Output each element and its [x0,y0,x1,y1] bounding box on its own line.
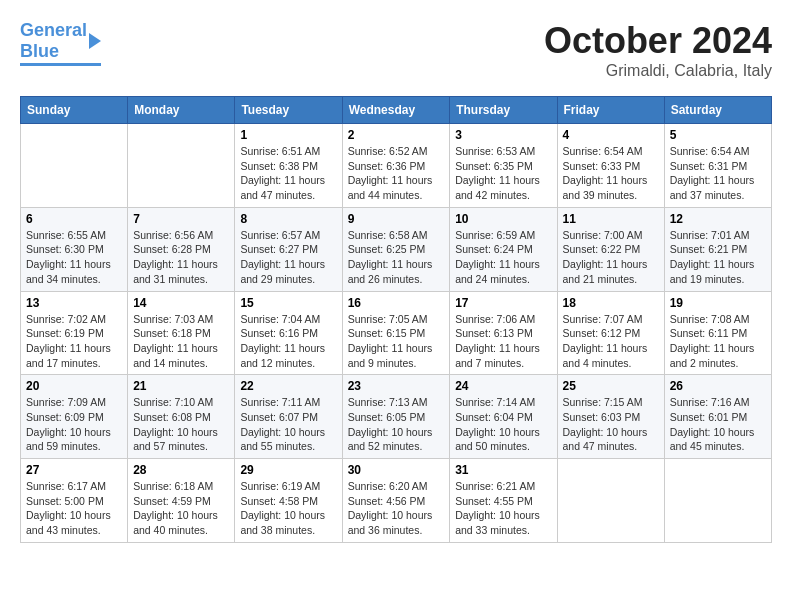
calendar-cell: 17Sunrise: 7:06 AMSunset: 6:13 PMDayligh… [450,291,557,375]
day-number: 21 [133,379,229,393]
day-info: Sunrise: 6:18 AMSunset: 4:59 PMDaylight:… [133,479,229,538]
calendar-cell: 24Sunrise: 7:14 AMSunset: 6:04 PMDayligh… [450,375,557,459]
calendar-cell: 31Sunrise: 6:21 AMSunset: 4:55 PMDayligh… [450,459,557,543]
day-info: Sunrise: 7:14 AMSunset: 6:04 PMDaylight:… [455,395,551,454]
day-number: 26 [670,379,766,393]
day-info: Sunrise: 6:53 AMSunset: 6:35 PMDaylight:… [455,144,551,203]
day-info: Sunrise: 7:09 AMSunset: 6:09 PMDaylight:… [26,395,122,454]
calendar-cell: 16Sunrise: 7:05 AMSunset: 6:15 PMDayligh… [342,291,450,375]
day-info: Sunrise: 6:55 AMSunset: 6:30 PMDaylight:… [26,228,122,287]
calendar-cell: 30Sunrise: 6:20 AMSunset: 4:56 PMDayligh… [342,459,450,543]
calendar-cell: 7Sunrise: 6:56 AMSunset: 6:28 PMDaylight… [128,207,235,291]
day-number: 27 [26,463,122,477]
logo-arrow-icon [89,33,101,49]
day-info: Sunrise: 7:03 AMSunset: 6:18 PMDaylight:… [133,312,229,371]
day-info: Sunrise: 7:11 AMSunset: 6:07 PMDaylight:… [240,395,336,454]
day-info: Sunrise: 6:54 AMSunset: 6:33 PMDaylight:… [563,144,659,203]
calendar-cell: 27Sunrise: 6:17 AMSunset: 5:00 PMDayligh… [21,459,128,543]
calendar-cell: 6Sunrise: 6:55 AMSunset: 6:30 PMDaylight… [21,207,128,291]
title-section: October 2024 Grimaldi, Calabria, Italy [544,20,772,80]
day-number: 8 [240,212,336,226]
calendar-cell: 5Sunrise: 6:54 AMSunset: 6:31 PMDaylight… [664,124,771,208]
calendar-cell: 9Sunrise: 6:58 AMSunset: 6:25 PMDaylight… [342,207,450,291]
day-number: 4 [563,128,659,142]
calendar-cell: 1Sunrise: 6:51 AMSunset: 6:38 PMDaylight… [235,124,342,208]
calendar-cell: 11Sunrise: 7:00 AMSunset: 6:22 PMDayligh… [557,207,664,291]
day-number: 13 [26,296,122,310]
day-number: 10 [455,212,551,226]
day-number: 24 [455,379,551,393]
day-number: 6 [26,212,122,226]
day-info: Sunrise: 6:21 AMSunset: 4:55 PMDaylight:… [455,479,551,538]
day-info: Sunrise: 7:06 AMSunset: 6:13 PMDaylight:… [455,312,551,371]
day-info: Sunrise: 7:05 AMSunset: 6:15 PMDaylight:… [348,312,445,371]
day-info: Sunrise: 6:19 AMSunset: 4:58 PMDaylight:… [240,479,336,538]
day-info: Sunrise: 6:58 AMSunset: 6:25 PMDaylight:… [348,228,445,287]
calendar-cell: 15Sunrise: 7:04 AMSunset: 6:16 PMDayligh… [235,291,342,375]
calendar-cell: 25Sunrise: 7:15 AMSunset: 6:03 PMDayligh… [557,375,664,459]
day-info: Sunrise: 7:01 AMSunset: 6:21 PMDaylight:… [670,228,766,287]
calendar-cell: 29Sunrise: 6:19 AMSunset: 4:58 PMDayligh… [235,459,342,543]
day-number: 30 [348,463,445,477]
day-number: 5 [670,128,766,142]
day-number: 18 [563,296,659,310]
day-info: Sunrise: 6:52 AMSunset: 6:36 PMDaylight:… [348,144,445,203]
weekday-header: Monday [128,97,235,124]
calendar-week-row: 13Sunrise: 7:02 AMSunset: 6:19 PMDayligh… [21,291,772,375]
calendar-header-row: SundayMondayTuesdayWednesdayThursdayFrid… [21,97,772,124]
day-number: 9 [348,212,445,226]
calendar-week-row: 20Sunrise: 7:09 AMSunset: 6:09 PMDayligh… [21,375,772,459]
location-title: Grimaldi, Calabria, Italy [544,62,772,80]
day-info: Sunrise: 7:04 AMSunset: 6:16 PMDaylight:… [240,312,336,371]
weekday-header: Wednesday [342,97,450,124]
day-number: 29 [240,463,336,477]
day-number: 1 [240,128,336,142]
weekday-header: Tuesday [235,97,342,124]
day-info: Sunrise: 7:10 AMSunset: 6:08 PMDaylight:… [133,395,229,454]
calendar-cell: 23Sunrise: 7:13 AMSunset: 6:05 PMDayligh… [342,375,450,459]
day-info: Sunrise: 6:51 AMSunset: 6:38 PMDaylight:… [240,144,336,203]
day-number: 12 [670,212,766,226]
day-number: 15 [240,296,336,310]
calendar-cell: 10Sunrise: 6:59 AMSunset: 6:24 PMDayligh… [450,207,557,291]
day-number: 14 [133,296,229,310]
day-number: 23 [348,379,445,393]
calendar-cell [664,459,771,543]
calendar-cell [128,124,235,208]
day-info: Sunrise: 6:56 AMSunset: 6:28 PMDaylight:… [133,228,229,287]
day-info: Sunrise: 6:57 AMSunset: 6:27 PMDaylight:… [240,228,336,287]
weekday-header: Saturday [664,97,771,124]
weekday-header: Sunday [21,97,128,124]
day-info: Sunrise: 6:54 AMSunset: 6:31 PMDaylight:… [670,144,766,203]
day-info: Sunrise: 6:17 AMSunset: 5:00 PMDaylight:… [26,479,122,538]
calendar-cell [21,124,128,208]
calendar-cell: 26Sunrise: 7:16 AMSunset: 6:01 PMDayligh… [664,375,771,459]
calendar-cell: 19Sunrise: 7:08 AMSunset: 6:11 PMDayligh… [664,291,771,375]
logo-text: General [20,20,87,41]
day-number: 28 [133,463,229,477]
day-number: 16 [348,296,445,310]
day-info: Sunrise: 7:13 AMSunset: 6:05 PMDaylight:… [348,395,445,454]
calendar-cell: 13Sunrise: 7:02 AMSunset: 6:19 PMDayligh… [21,291,128,375]
day-info: Sunrise: 7:00 AMSunset: 6:22 PMDaylight:… [563,228,659,287]
day-info: Sunrise: 7:08 AMSunset: 6:11 PMDaylight:… [670,312,766,371]
day-number: 7 [133,212,229,226]
day-info: Sunrise: 7:07 AMSunset: 6:12 PMDaylight:… [563,312,659,371]
calendar-cell: 8Sunrise: 6:57 AMSunset: 6:27 PMDaylight… [235,207,342,291]
calendar-cell: 28Sunrise: 6:18 AMSunset: 4:59 PMDayligh… [128,459,235,543]
calendar-cell: 14Sunrise: 7:03 AMSunset: 6:18 PMDayligh… [128,291,235,375]
calendar-cell: 4Sunrise: 6:54 AMSunset: 6:33 PMDaylight… [557,124,664,208]
calendar-cell: 20Sunrise: 7:09 AMSunset: 6:09 PMDayligh… [21,375,128,459]
calendar-cell: 2Sunrise: 6:52 AMSunset: 6:36 PMDaylight… [342,124,450,208]
day-info: Sunrise: 6:20 AMSunset: 4:56 PMDaylight:… [348,479,445,538]
day-number: 11 [563,212,659,226]
logo-underline [20,63,101,66]
day-info: Sunrise: 7:16 AMSunset: 6:01 PMDaylight:… [670,395,766,454]
calendar-cell: 3Sunrise: 6:53 AMSunset: 6:35 PMDaylight… [450,124,557,208]
calendar-cell: 22Sunrise: 7:11 AMSunset: 6:07 PMDayligh… [235,375,342,459]
calendar-cell: 21Sunrise: 7:10 AMSunset: 6:08 PMDayligh… [128,375,235,459]
calendar-cell: 18Sunrise: 7:07 AMSunset: 6:12 PMDayligh… [557,291,664,375]
day-number: 22 [240,379,336,393]
logo-blue-text: Blue [20,41,87,62]
calendar-week-row: 27Sunrise: 6:17 AMSunset: 5:00 PMDayligh… [21,459,772,543]
